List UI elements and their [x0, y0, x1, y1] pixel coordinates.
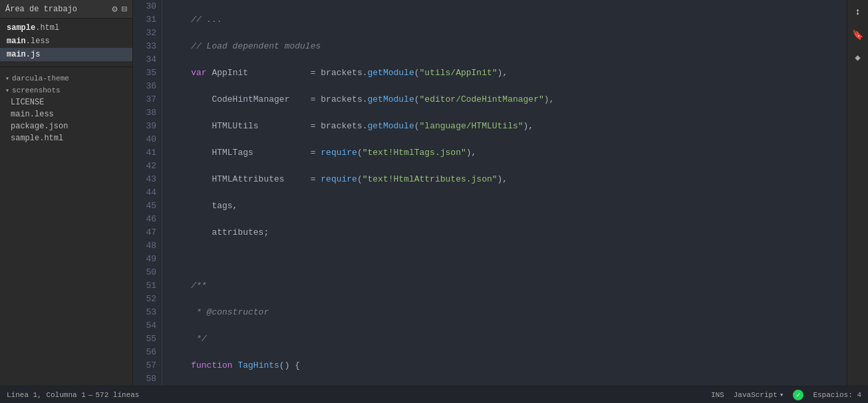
tree-item-package-json[interactable]: package.json [0, 120, 132, 132]
ln-32: 32 [138, 27, 156, 40]
code-line-40: /** [170, 279, 839, 293]
ln-45: 45 [138, 200, 156, 213]
ln-55: 55 [138, 333, 156, 346]
ln-37: 37 [138, 93, 156, 106]
settings-icon[interactable]: ⚙ [112, 3, 117, 15]
ln-35: 35 [138, 67, 156, 80]
status-bar: Línea 1, Columna 1 — 572 líneas INS Java… [0, 386, 868, 403]
right-toolbar: ↕ 🔖 ◆ [847, 0, 868, 386]
ln-42: 42 [138, 160, 156, 173]
code-line-39 [170, 253, 839, 266]
sidebar-separator [0, 67, 132, 67]
code-line-43: function TagHints() { [170, 359, 839, 372]
tree-section-screenshots[interactable]: screenshots [0, 84, 132, 96]
ln-44: 44 [138, 186, 156, 200]
split-icon[interactable]: ⊟ [122, 3, 127, 15]
language-label: JavaScript [734, 391, 778, 399]
code-line-42: */ [170, 333, 839, 346]
ln-34: 34 [138, 53, 156, 67]
ln-41: 41 [138, 146, 156, 160]
code-line-32: var AppInit = brackets.getModule("utils/… [170, 67, 839, 80]
ln-54: 54 [138, 319, 156, 333]
status-spaces: Espacios: 4 [813, 391, 861, 399]
ln-47: 47 [138, 226, 156, 239]
ln-30: 30 [138, 0, 156, 13]
sidebar: Área de trabajo ⚙ ⊟ sample.html main.les… [0, 0, 133, 386]
ln-38: 38 [138, 106, 156, 120]
ln-58: 58 [138, 372, 156, 386]
code-line-34: HTMLUtils = brackets.getModule("language… [170, 120, 839, 133]
tree-item-license[interactable]: LICENSE [0, 96, 132, 108]
file-item-main-js[interactable]: main.js [0, 48, 132, 61]
status-lines: 572 líneas [95, 391, 139, 399]
editor-area: 30 31 32 33 34 35 36 37 38 39 40 41 42 4… [133, 0, 847, 386]
ln-49: 49 [138, 253, 156, 266]
ln-33: 33 [138, 40, 156, 53]
ln-52: 52 [138, 293, 156, 306]
ln-39: 39 [138, 120, 156, 133]
status-ins: INS [711, 391, 724, 399]
line-numbers: 30 31 32 33 34 35 36 37 38 39 40 41 42 4… [133, 0, 162, 386]
status-separator: — [88, 391, 93, 399]
code-line-35: HTMLTags = require("text!HtmlTags.json")… [170, 146, 839, 160]
code-lines[interactable]: // ... // Load dependent modules var App… [162, 0, 847, 386]
right-icon-bookmark[interactable]: 🔖 [849, 25, 867, 44]
ln-50: 50 [138, 266, 156, 279]
validation-badge: ✓ [793, 390, 803, 400]
sidebar-header-icons: ⚙ ⊟ [112, 3, 127, 15]
right-icon-diamond[interactable]: ◆ [849, 48, 867, 67]
tree-root-darcula[interactable]: darcula-theme [0, 72, 132, 84]
code-line-36: HTMLAttributes = require("text!HtmlAttri… [170, 173, 839, 186]
status-right: INS JavaScript ▾ ✓ Espacios: 4 [711, 390, 861, 400]
file-item-sample-html[interactable]: sample.html [0, 21, 132, 35]
sidebar-header: Área de trabajo ⚙ ⊟ [0, 0, 132, 19]
code-line-37: tags, [170, 200, 839, 213]
sidebar-title: Área de trabajo [5, 5, 77, 14]
file-item-main-less[interactable]: main.less [0, 35, 132, 48]
ln-48: 48 [138, 239, 156, 253]
ln-40: 40 [138, 133, 156, 146]
open-files-list: sample.html main.less main.js [0, 19, 132, 64]
tree-item-main-less[interactable]: main.less [0, 108, 132, 120]
ln-31: 31 [138, 13, 156, 27]
code-line-31: // Load dependent modules [170, 40, 839, 53]
tree-section: darcula-theme screenshots LICENSE main.l… [0, 70, 132, 147]
ln-46: 46 [138, 213, 156, 226]
language-dropdown-icon: ▾ [780, 390, 784, 399]
code-line-30: // ... [170, 13, 839, 27]
ln-36: 36 [138, 80, 156, 93]
ln-57: 57 [138, 359, 156, 372]
status-left: Línea 1, Columna 1 — 572 líneas [7, 391, 139, 399]
green-check-icon: ✓ [793, 390, 803, 400]
ln-51: 51 [138, 279, 156, 293]
status-position: Línea 1, Columna 1 [7, 391, 86, 399]
code-container[interactable]: 30 31 32 33 34 35 36 37 38 39 40 41 42 4… [133, 0, 847, 386]
language-selector[interactable]: JavaScript ▾ [734, 390, 784, 399]
code-line-38: attributes; [170, 226, 839, 239]
tree-item-sample-html[interactable]: sample.html [0, 132, 132, 144]
right-icon-arrow[interactable]: ↕ [849, 3, 867, 21]
code-line-41: * @constructor [170, 306, 839, 319]
ln-43: 43 [138, 173, 156, 186]
ln-56: 56 [138, 346, 156, 359]
ln-53: 53 [138, 306, 156, 319]
code-line-33: CodeHintManager = brackets.getModule("ed… [170, 93, 839, 106]
